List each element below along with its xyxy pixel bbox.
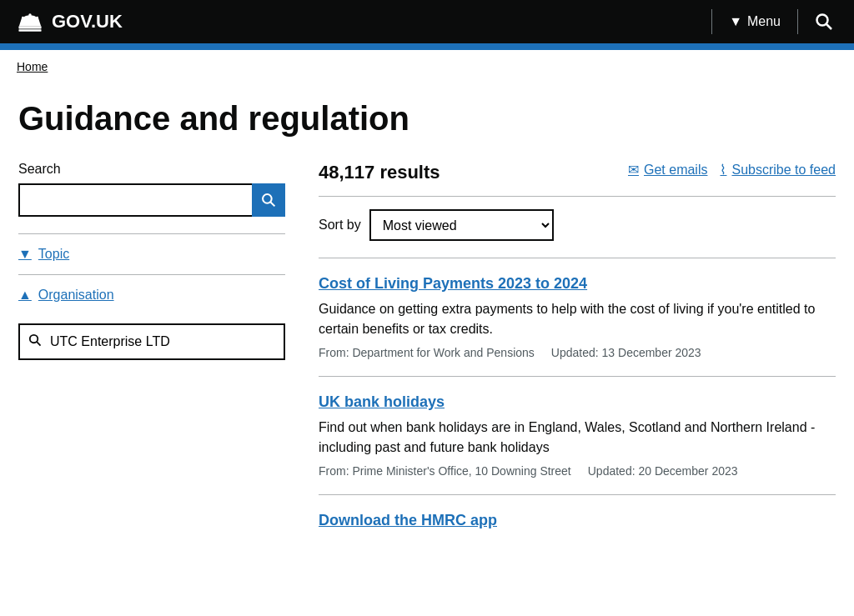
svg-point-7	[263, 194, 272, 203]
topic-label: Topic	[38, 247, 69, 262]
site-header: GOV.UK ▼ Menu	[0, 0, 854, 43]
topic-filter-toggle[interactable]: Topic	[18, 234, 285, 274]
menu-chevron: ▼	[729, 14, 742, 29]
result-updated: Updated: 20 December 2023	[588, 464, 738, 478]
org-search-icon	[20, 333, 50, 350]
result-item: Cost of Living Payments 2023 to 2024 Gui…	[319, 258, 836, 376]
search-input[interactable]	[18, 183, 252, 217]
org-magnifier-icon	[28, 333, 42, 347]
results-list: Cost of Living Payments 2023 to 2024 Gui…	[319, 258, 836, 553]
svg-line-10	[37, 342, 40, 345]
header-search-button[interactable]	[811, 8, 837, 35]
sort-select[interactable]: Most viewed Updated (newest first) Updat…	[369, 209, 554, 241]
result-description: Guidance on getting extra payments to he…	[319, 299, 836, 339]
result-item: UK bank holidays Find out when bank holi…	[319, 376, 836, 494]
results-header: 48,117 results ✉ Get emails ⌇ Subscribe …	[319, 162, 836, 183]
rss-icon: ⌇	[720, 162, 726, 178]
header-divider-2	[797, 9, 798, 34]
results-top-divider	[319, 196, 836, 197]
org-chevron-icon	[18, 288, 32, 303]
header-nav: ▼ Menu	[699, 8, 837, 35]
search-label: Search	[18, 162, 285, 177]
org-search-input[interactable]	[50, 325, 284, 358]
gov-uk-logo[interactable]: GOV.UK	[17, 10, 123, 33]
logo-text: GOV.UK	[52, 11, 123, 33]
result-meta: From: Prime Minister's Office, 10 Downin…	[319, 464, 836, 478]
search-row	[18, 183, 285, 217]
svg-line-6	[826, 24, 831, 29]
svg-point-1	[22, 17, 23, 18]
topic-chevron-icon	[18, 247, 32, 262]
org-filter-toggle[interactable]: Organisation	[18, 275, 285, 315]
svg-rect-4	[18, 29, 41, 31]
svg-point-2	[37, 17, 38, 18]
result-updated: Updated: 13 December 2023	[551, 346, 701, 359]
sidebar: Search Topic	[18, 162, 285, 553]
menu-button[interactable]: ▼ Menu	[725, 10, 785, 33]
get-emails-link[interactable]: ✉ Get emails	[628, 162, 707, 178]
search-submit-icon	[261, 193, 276, 208]
result-meta: From: Department for Work and Pensions U…	[319, 346, 836, 359]
result-item: Download the HMRC app	[319, 494, 836, 553]
blue-bar	[0, 43, 854, 50]
page-title: Guidance and regulation	[18, 100, 836, 137]
svg-point-5	[817, 15, 828, 26]
result-title[interactable]: Download the HMRC app	[319, 512, 836, 529]
breadcrumb-home[interactable]: Home	[17, 60, 48, 73]
crown-icon	[17, 10, 43, 33]
main-content: Guidance and regulation Search Topic	[2, 100, 852, 553]
org-search-row	[18, 323, 285, 360]
svg-point-0	[28, 13, 31, 16]
result-description: Find out when bank holidays are in Engla…	[319, 418, 836, 458]
results-count: 48,117 results	[319, 162, 440, 183]
svg-point-9	[30, 335, 38, 343]
org-filter-section: Organisation	[18, 274, 285, 360]
results-actions: ✉ Get emails ⌇ Subscribe to feed	[628, 162, 836, 178]
svg-rect-3	[18, 26, 41, 28]
result-from: From: Department for Work and Pensions	[319, 346, 535, 359]
breadcrumb: Home	[0, 50, 854, 83]
envelope-icon: ✉	[628, 162, 639, 178]
subscribe-feed-link[interactable]: ⌇ Subscribe to feed	[720, 162, 836, 178]
menu-label: Menu	[747, 14, 781, 29]
result-title[interactable]: Cost of Living Payments 2023 to 2024	[319, 275, 836, 293]
sort-row: Sort by Most viewed Updated (newest firs…	[319, 209, 836, 241]
result-title[interactable]: UK bank holidays	[319, 393, 836, 411]
result-from: From: Prime Minister's Office, 10 Downin…	[319, 464, 571, 478]
subscribe-label: Subscribe to feed	[731, 163, 836, 178]
get-emails-label: Get emails	[644, 163, 707, 178]
topic-filter-section: Topic	[18, 233, 285, 274]
content-layout: Search Topic	[18, 162, 836, 553]
svg-line-8	[270, 202, 274, 206]
sort-label: Sort by	[319, 218, 361, 233]
search-icon	[815, 13, 833, 31]
header-divider	[711, 9, 712, 34]
org-label: Organisation	[38, 288, 114, 303]
search-submit-button[interactable]	[252, 183, 285, 217]
results-area: 48,117 results ✉ Get emails ⌇ Subscribe …	[319, 162, 836, 553]
